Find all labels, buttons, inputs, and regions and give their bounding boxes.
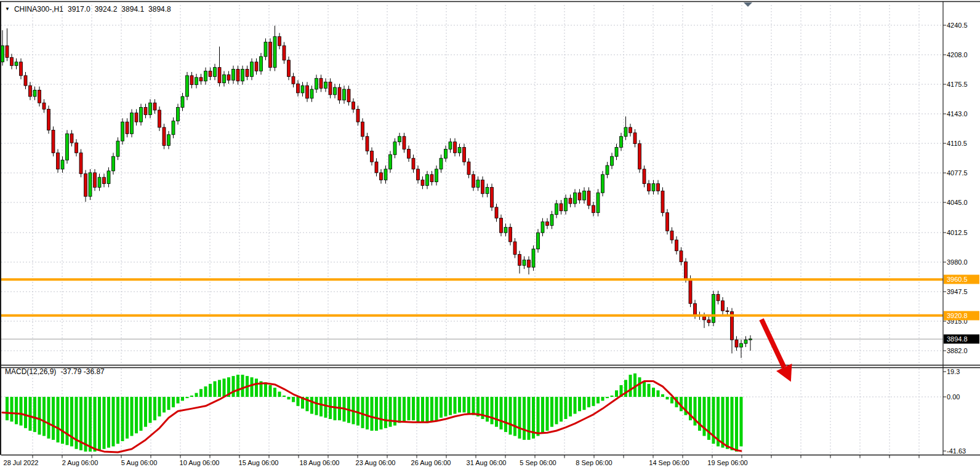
candle-body bbox=[666, 213, 669, 231]
candle-body bbox=[721, 301, 725, 311]
macd-bar bbox=[89, 397, 92, 452]
candle-body bbox=[66, 134, 69, 160]
macd-bar bbox=[398, 397, 401, 423]
macd-bar bbox=[94, 397, 97, 452]
candle-body bbox=[195, 78, 198, 85]
macd-bar bbox=[564, 397, 568, 419]
macd-bar bbox=[371, 397, 374, 431]
macd-bar bbox=[384, 397, 387, 428]
candle-body bbox=[670, 231, 673, 240]
candle-body bbox=[643, 169, 646, 184]
price-axis-label: 4110.5 bbox=[947, 140, 967, 147]
macd-bar bbox=[195, 393, 198, 397]
macd-bar bbox=[403, 397, 406, 421]
candle-body bbox=[112, 156, 115, 171]
macd-bar bbox=[112, 397, 115, 446]
candle-body bbox=[116, 141, 119, 156]
time-axis-label: 8 Sep 06:00 bbox=[576, 459, 612, 466]
candle-body bbox=[94, 173, 97, 188]
candle-body bbox=[509, 227, 512, 242]
macd-bar bbox=[251, 377, 254, 397]
macd-bar bbox=[440, 397, 443, 418]
macd-bar bbox=[126, 397, 129, 439]
chart-canvas[interactable] bbox=[0, 0, 980, 475]
macd-bar bbox=[334, 397, 337, 420]
macd-bar bbox=[223, 378, 226, 397]
macd-bar bbox=[70, 397, 73, 446]
symbol-dropdown-icon[interactable]: ▼ bbox=[5, 6, 10, 12]
macd-bar bbox=[528, 397, 531, 440]
symbol-period-label: CHINA300-,H1 bbox=[14, 5, 63, 14]
price-axis-label: 4175.5 bbox=[947, 81, 968, 88]
candle-body bbox=[214, 68, 217, 77]
macd-bar bbox=[408, 397, 411, 420]
candle-body bbox=[675, 240, 678, 251]
candle-body bbox=[107, 171, 110, 184]
candle-body bbox=[287, 60, 291, 77]
candle-body bbox=[273, 36, 276, 67]
candle-body bbox=[199, 78, 203, 81]
time-axis-label: 28 Jul 2022 bbox=[4, 459, 39, 466]
candle-body bbox=[380, 173, 383, 180]
candle-body bbox=[500, 218, 503, 233]
candle-body bbox=[356, 109, 359, 122]
macd-bar bbox=[214, 381, 217, 397]
price-axis-label: 3882.0 bbox=[947, 347, 968, 354]
macd-bar bbox=[66, 397, 69, 445]
macd-bar bbox=[287, 397, 291, 399]
candle-body bbox=[495, 207, 498, 218]
candle-body bbox=[689, 279, 692, 303]
candle-body bbox=[246, 70, 249, 77]
macd-bar bbox=[172, 397, 175, 407]
macd-bar bbox=[574, 397, 577, 414]
macd-bar bbox=[24, 397, 27, 428]
macd-bar bbox=[241, 375, 244, 397]
candle-body bbox=[144, 108, 147, 115]
macd-bar bbox=[546, 397, 549, 431]
candle-body bbox=[79, 153, 82, 174]
macd-bar bbox=[601, 397, 604, 401]
macd-bar bbox=[232, 376, 235, 397]
macd-bar bbox=[61, 397, 64, 444]
candle-body bbox=[292, 76, 295, 84]
macd-bar bbox=[463, 397, 466, 412]
candle-body bbox=[209, 71, 212, 77]
candle-body bbox=[412, 158, 415, 169]
candle-body bbox=[717, 295, 720, 301]
candle-body bbox=[103, 177, 106, 183]
macd-axis-label: 19.3 bbox=[947, 368, 960, 375]
macd-bar bbox=[236, 375, 239, 397]
macd-bar bbox=[181, 397, 184, 401]
candle-body bbox=[467, 162, 470, 175]
candle-body bbox=[24, 76, 27, 86]
candle-body bbox=[75, 143, 78, 153]
candle-body bbox=[149, 103, 152, 114]
candle-body bbox=[6, 46, 9, 57]
candle-body bbox=[52, 130, 55, 153]
macd-bar bbox=[611, 396, 614, 397]
time-axis-label: 5 Aug 06:00 bbox=[121, 459, 158, 466]
macd-bar bbox=[269, 385, 272, 397]
candle-body bbox=[334, 87, 337, 95]
macd-bar bbox=[657, 390, 660, 397]
macd-bar bbox=[537, 397, 540, 436]
macd-bar bbox=[297, 397, 300, 406]
candle-body bbox=[546, 222, 549, 225]
candle-body bbox=[204, 71, 207, 81]
candle-body bbox=[218, 68, 221, 83]
candle-body bbox=[472, 175, 475, 188]
candle-body bbox=[657, 183, 660, 191]
macd-bar bbox=[163, 397, 166, 412]
macd-bar bbox=[661, 394, 664, 397]
candle-body bbox=[255, 62, 258, 71]
macd-bar bbox=[29, 397, 32, 431]
time-axis-label: 19 Sep 06:00 bbox=[707, 459, 747, 466]
candle-body bbox=[338, 87, 341, 100]
candle-body bbox=[440, 158, 443, 169]
macd-bar bbox=[458, 397, 461, 412]
ohlc-close: 3894.8 bbox=[148, 5, 171, 14]
candle-body bbox=[652, 183, 655, 191]
candle-body bbox=[564, 198, 568, 211]
candle-body bbox=[232, 70, 235, 81]
candle-body bbox=[476, 180, 480, 188]
